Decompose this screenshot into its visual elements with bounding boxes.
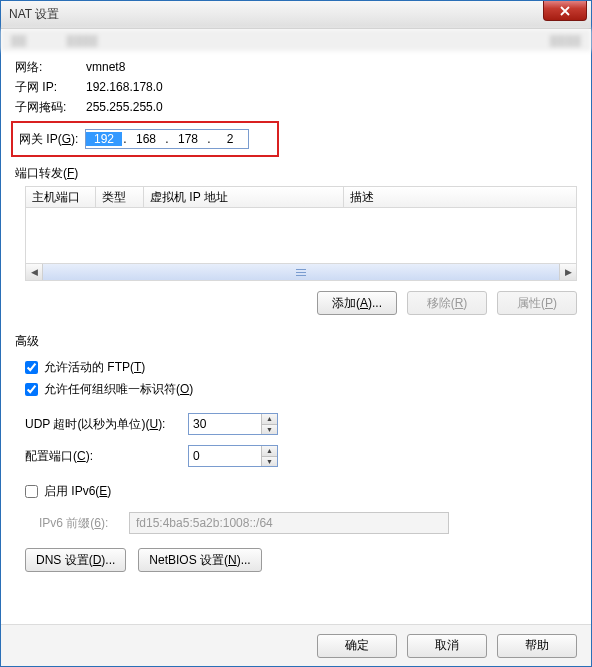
spin-up-icon[interactable]: ▲ — [262, 414, 277, 425]
network-label: 网络: — [15, 59, 80, 76]
enable-ipv6-checkbox[interactable] — [25, 485, 38, 498]
subnet-ip-row: 子网 IP: 192.168.178.0 — [15, 77, 577, 97]
config-port-spinner[interactable]: ▲▼ — [188, 445, 278, 467]
port-forward-hscrollbar[interactable]: ◀ ▶ — [25, 264, 577, 281]
scroll-track[interactable] — [43, 264, 559, 280]
spin-down-icon[interactable]: ▼ — [262, 457, 277, 467]
ipv6-prefix-input: fd15:4ba5:5a2b:1008::/64 — [129, 512, 449, 534]
help-button[interactable]: 帮助 — [497, 634, 577, 658]
close-button[interactable] — [543, 1, 587, 21]
allow-any-oui-label[interactable]: 允许任何组织唯一标识符(O) — [44, 381, 193, 398]
port-forward-fieldset: 端口转发(F) 主机端口 类型 虚拟机 IP 地址 描述 ◀ ▶ 添 — [15, 165, 577, 315]
allow-any-oui-checkbox[interactable] — [25, 383, 38, 396]
network-value: vmnet8 — [86, 60, 125, 74]
udp-timeout-input[interactable] — [189, 414, 261, 434]
col-desc[interactable]: 描述 — [344, 187, 576, 207]
properties-button: 属性(P) — [497, 291, 577, 315]
subnet-mask-label: 子网掩码: — [15, 99, 80, 116]
col-type[interactable]: 类型 — [96, 187, 144, 207]
subnet-ip-label: 子网 IP: — [15, 79, 80, 96]
subnet-mask-value: 255.255.255.0 — [86, 100, 163, 114]
enable-ipv6-label[interactable]: 启用 IPv6(E) — [44, 483, 111, 500]
gateway-ip-input[interactable]: 192. 168. 178. 2 — [85, 129, 249, 149]
col-vm-ip[interactable]: 虚拟机 IP 地址 — [144, 187, 344, 207]
window-title: NAT 设置 — [9, 6, 59, 23]
config-port-label: 配置端口(C): — [25, 448, 180, 465]
udp-timeout-label: UDP 超时(以秒为单位)(U): — [25, 416, 180, 433]
titlebar[interactable]: NAT 设置 — [1, 1, 591, 29]
scroll-thumb[interactable] — [43, 264, 559, 280]
gateway-oct2[interactable]: 168 — [128, 132, 164, 146]
netbios-settings-button[interactable]: NetBIOS 设置(N)... — [138, 548, 261, 572]
col-host-port[interactable]: 主机端口 — [26, 187, 96, 207]
spin-up-icon[interactable]: ▲ — [262, 446, 277, 457]
ok-button[interactable]: 确定 — [317, 634, 397, 658]
allow-active-ftp-label[interactable]: 允许活动的 FTP(T) — [44, 359, 145, 376]
gateway-oct4[interactable]: 2 — [212, 132, 248, 146]
nat-settings-dialog: NAT 设置 ▒▒▒▒▒▒▒▒▒▒ 网络: vmnet8 子网 IP: 192.… — [0, 0, 592, 667]
udp-timeout-spinner[interactable]: ▲▼ — [188, 413, 278, 435]
scroll-left-icon[interactable]: ◀ — [26, 264, 43, 280]
ipv6-prefix-label: IPv6 前缀(6): — [39, 515, 121, 532]
subnet-ip-value: 192.168.178.0 — [86, 80, 163, 94]
spin-down-icon[interactable]: ▼ — [262, 425, 277, 435]
cancel-button[interactable]: 取消 — [407, 634, 487, 658]
gateway-oct1[interactable]: 192 — [86, 132, 122, 146]
config-port-input[interactable] — [189, 446, 261, 466]
gateway-label: 网关 IP(G): — [19, 131, 85, 148]
advanced-fieldset: 高级 允许活动的 FTP(T) 允许任何组织唯一标识符(O) UDP 超时(以秒… — [15, 333, 577, 572]
port-forward-table-header: 主机端口 类型 虚拟机 IP 地址 描述 — [25, 186, 577, 208]
advanced-legend: 高级 — [15, 333, 577, 350]
obscured-header-row: ▒▒▒▒▒▒▒▒▒▒ — [1, 29, 591, 51]
gateway-oct3[interactable]: 178 — [170, 132, 206, 146]
port-forward-table-body[interactable] — [25, 208, 577, 264]
gateway-highlight-box: 网关 IP(G): 192. 168. 178. 2 — [11, 121, 279, 157]
dialog-footer: 确定 取消 帮助 — [1, 624, 591, 666]
network-row: 网络: vmnet8 — [15, 57, 577, 77]
dns-settings-button[interactable]: DNS 设置(D)... — [25, 548, 126, 572]
scroll-right-icon[interactable]: ▶ — [559, 264, 576, 280]
remove-button: 移除(R) — [407, 291, 487, 315]
allow-active-ftp-checkbox[interactable] — [25, 361, 38, 374]
port-forward-legend: 端口转发(F) — [15, 165, 577, 182]
add-button[interactable]: 添加(A)... — [317, 291, 397, 315]
close-icon — [560, 6, 570, 16]
subnet-mask-row: 子网掩码: 255.255.255.0 — [15, 97, 577, 117]
